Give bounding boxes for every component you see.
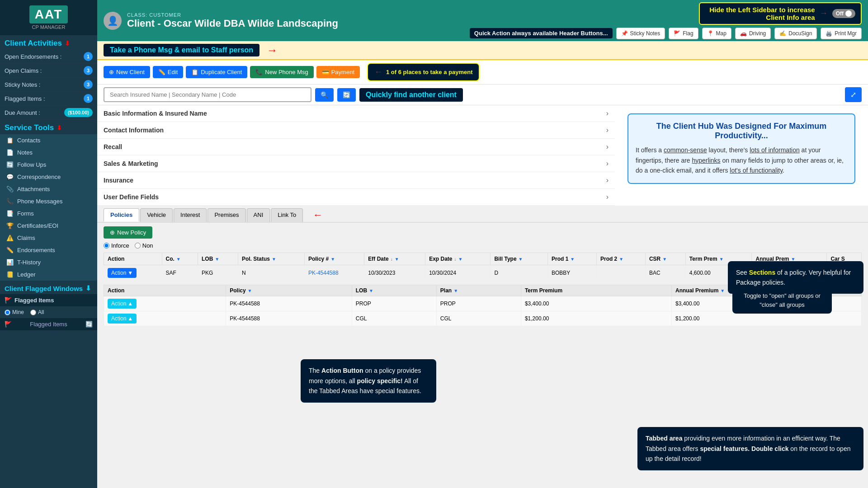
eff-date-filter-icon[interactable]: ▼ [395,257,399,262]
sub-policy-filter-icon[interactable]: ▼ [248,288,252,293]
inforce-radio-label[interactable]: Inforce [104,242,129,249]
row-action-button[interactable]: Action ▼ [108,268,137,278]
insurance-section[interactable]: Insurance › [97,172,615,189]
user-define-fields-section[interactable]: User Define Fields › [97,189,615,206]
new-client-button[interactable]: ⊕ New Client [104,66,150,78]
client-hub-callout: The Client Hub Was Designed For Maximum … [627,113,855,183]
docusign-button[interactable]: ✍️ DocuSign [774,28,817,39]
sidebar-item-endorsements[interactable]: ✏️ Endorsements [0,244,97,256]
sidebar-item-contacts[interactable]: 📋 Contacts [0,134,97,146]
tab-interest[interactable]: Interest [174,208,207,222]
header-buttons-row: Quick Action always available Header But… [470,28,862,39]
tab-link-to[interactable]: Link To [271,208,303,222]
all-radio[interactable] [30,310,36,315]
functionality-link[interactable]: lot's of functionality [730,167,783,174]
prod2-filter-icon[interactable]: ▼ [619,257,623,262]
lots-info-link[interactable]: lots of information [750,146,800,154]
sub-annual-prem-filter-icon[interactable]: ▼ [720,288,725,293]
search-button[interactable]: 🔍 [315,88,334,102]
payment-button[interactable]: 💳 Payment [316,66,360,78]
sidebar-item-phone-messages[interactable]: 📞 Phone Messages [0,195,97,207]
prod1-filter-icon[interactable]: ▼ [570,257,575,262]
search-input[interactable] [104,87,311,102]
basic-info-section[interactable]: Basic Information & Insured Name › [97,105,615,122]
flag-button[interactable]: 🚩 Flag [669,28,698,39]
due-amount-badge: ($100.00) [64,108,93,117]
tab-premises[interactable]: Premises [208,208,245,222]
forms-label: Forms [17,210,34,217]
exp-date-sort-icon[interactable]: ↓ [454,257,456,262]
flagged-items-row[interactable]: Flagged Items : 1 [0,92,97,106]
mine-all-row: Mine All [0,306,97,318]
sub-lob-filter-icon[interactable]: ▼ [369,288,373,293]
inforce-radio[interactable] [104,243,109,249]
open-claims-row[interactable]: Open Claims : 3 [0,64,97,78]
header-left: 👤 CLASS: CUSTOMER Client - Oscar Wilde D… [104,12,338,30]
sub-action-button-0[interactable]: Action ▲ [108,299,137,309]
sidebar-item-certificates[interactable]: 🏆 Certificates/EOI [0,220,97,232]
sales-marketing-section[interactable]: Sales & Marketing › [97,155,615,172]
bill-type-filter-icon[interactable]: ▼ [519,257,523,262]
hyperlinks-link[interactable]: hyperlinks [692,157,721,164]
sticky-notes-button[interactable]: 📌 Sticky Notes [616,28,665,39]
th-co: Co.▼ [162,253,198,265]
print-mgr-button[interactable]: 🖨️ Print Mgr [821,28,862,39]
toggle-expand-button[interactable]: ⤢ [845,87,862,102]
sub-action-button-1[interactable]: Action ▲ [108,314,137,324]
sidebar-item-attachments[interactable]: 📎 Attachments [0,183,97,195]
lob-filter-icon[interactable]: ▼ [215,257,219,262]
tab-vehicle[interactable]: Vehicle [140,208,173,222]
recall-section[interactable]: Recall › [97,139,615,155]
map-button[interactable]: 📍 Map [702,28,731,39]
sidebar-item-claims[interactable]: ⚠️ Claims [0,232,97,244]
non-radio[interactable] [135,243,141,249]
sidebar-item-forms[interactable]: 📑 Forms [0,207,97,220]
t-history-icon: 📊 [6,259,14,266]
mine-radio-label[interactable]: Mine [5,309,24,315]
flagged-items-label: Flagged Items : [5,95,45,102]
sidebar-item-correspondence[interactable]: 💬 Correspondence [0,171,97,183]
all-radio-label[interactable]: All [30,309,44,315]
flagged-items-bottom-row[interactable]: 🚩 Flagged Items 🔄 [0,318,97,330]
non-radio-label[interactable]: Non [135,242,153,249]
due-amount-row[interactable]: Due Amount : ($100.00) [0,106,97,120]
contacts-label: Contacts [17,137,40,144]
driving-button[interactable]: 🚗 Driving [735,28,771,39]
contact-info-section[interactable]: Contact Information › [97,122,615,139]
policy-num-filter-icon[interactable]: ▼ [330,257,335,262]
find-client-label: Quickly find another client [359,88,463,102]
exp-date-filter-icon[interactable]: ▼ [458,257,462,262]
sidebar-item-follow-ups[interactable]: 🔄 Follow Ups [0,159,97,171]
term-prem-filter-icon[interactable]: ▼ [719,257,724,262]
eff-date-sort-icon[interactable]: ↓ [391,257,393,262]
refresh-search-button[interactable]: 🔄 [337,88,356,102]
sub-th-plan: Plan▼ [436,285,521,296]
hide-sidebar-callout: Hide the Left Sidebar to increase Client… [699,2,862,25]
sidebar-item-ledger[interactable]: 📒 Ledger [0,268,97,281]
tab-policies[interactable]: Policies [104,208,139,222]
certificates-icon: 🏆 [6,222,14,229]
new-policy-button[interactable]: ⊕ New Policy [104,226,152,239]
duplicate-client-button[interactable]: 📋 Duplicate Client [186,66,247,78]
sidebar-toggle[interactable]: Off [832,9,855,18]
csr-filter-icon[interactable]: ▼ [662,257,667,262]
sticky-notes-row[interactable]: Sticky Notes : 3 [0,78,97,92]
correspondence-label: Correspondence [17,174,61,180]
td-pol-status: N [238,265,304,281]
flagged-items-section[interactable]: 🚩 Flagged Items [0,294,97,306]
mine-radio[interactable] [5,310,10,315]
table-toolbar: ⊕ New Policy [97,223,868,242]
edit-button[interactable]: ✏️ Edit [153,66,183,78]
common-sense-link[interactable]: common-sense [664,146,707,154]
open-endorsements-row[interactable]: Open Endorsements : 1 [0,50,97,64]
open-claims-label: Open Claims : [5,67,42,74]
new-phone-msg-button[interactable]: 📞 New Phone Msg [250,66,313,78]
refresh-icon[interactable]: 🔄 [85,321,93,328]
tab-ani[interactable]: ANI [247,208,270,222]
co-filter-icon[interactable]: ▼ [176,257,181,262]
client-flagged-title: Client Flagged Windows ⬇ [0,281,97,294]
sidebar-item-notes[interactable]: 📄 Notes [0,146,97,159]
pol-status-filter-icon[interactable]: ▼ [272,257,276,262]
sidebar-item-t-history[interactable]: 📊 T-History [0,256,97,268]
sub-plan-filter-icon[interactable]: ▼ [453,288,458,293]
